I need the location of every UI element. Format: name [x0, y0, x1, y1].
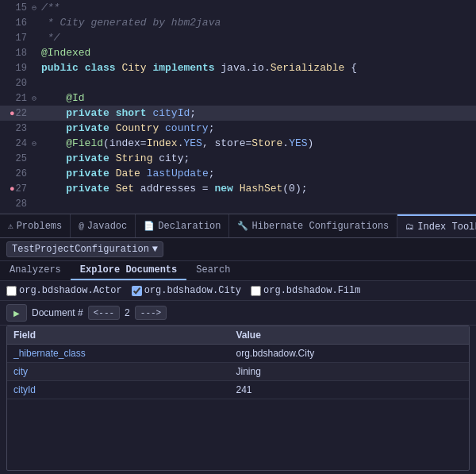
fold-icon[interactable]: ⊖ [32, 139, 40, 148]
col-field: Field [7, 326, 229, 345]
checkbox-input-actor[interactable] [6, 286, 17, 296]
tab-label-declaration: Declaration [158, 221, 221, 232]
code-text: */ [41, 32, 60, 44]
sub-tab-analyzers[interactable]: Analyzers [0, 261, 71, 280]
tab-label-index: Index Toolkit [417, 222, 476, 233]
code-line: 19 public class City implements java.io.… [0, 60, 476, 75]
tab-javadoc[interactable]: @Javadoc [71, 214, 136, 237]
code-text: @Indexed [41, 47, 90, 59]
code-line: ●27 private Set addresses = new HashSet(… [0, 181, 476, 196]
bottom-panel: TestProjectConfiguration ▼ AnalyzersExpl… [0, 238, 476, 474]
line-number: ●27 [3, 183, 32, 195]
checkbox-label-film: org.bdshadow.Film [263, 285, 360, 296]
table-cell-field: cityId [7, 381, 229, 399]
line-number: 26 [3, 168, 32, 179]
line-number: 28 [3, 198, 32, 210]
breakpoint-marker: ● [10, 109, 15, 118]
tabs-bar: ⚠Problems@Javadoc📄Declaration🔧Hibernate … [0, 214, 476, 238]
tab-label-problems: Problems [17, 221, 63, 232]
code-text: private short cityId; [41, 107, 196, 119]
toolbar-row: TestProjectConfiguration ▼ [0, 238, 476, 261]
code-line: 16 * City generated by hbm2java [0, 15, 476, 30]
tab-index[interactable]: 🗂Index Toolkit✕ [397, 214, 476, 237]
table-header: Field Value [7, 326, 469, 345]
code-text: private Country country; [41, 122, 214, 134]
table-cell-value: Jining [229, 363, 469, 381]
code-text: private String city; [41, 152, 190, 164]
javadoc-icon: @ [79, 222, 84, 231]
checkbox-actor[interactable]: org.bdshadow.Actor [6, 285, 122, 296]
table-row: cityId241 [7, 381, 469, 399]
line-number: 21 [3, 93, 32, 104]
fold-icon[interactable]: ⊖ [32, 94, 40, 103]
line-number: 24 [3, 138, 32, 149]
config-select[interactable]: TestProjectConfiguration ▼ [6, 241, 163, 257]
code-text: public City() { [41, 213, 159, 214]
tab-label-javadoc: Javadoc [87, 221, 127, 232]
tab-problems[interactable]: ⚠Problems [0, 214, 71, 237]
code-text: @Id [41, 92, 85, 104]
col-value: Value [229, 326, 469, 345]
table-row: cityJining [7, 363, 469, 381]
code-text: public class City implements java.io.Ser… [41, 62, 357, 74]
code-line: 21⊖ @Id [0, 91, 476, 106]
code-line: 24⊖ @Field(index=Index.YES, store=Store.… [0, 136, 476, 151]
table-cell-value: 241 [229, 381, 469, 399]
code-editor: 15⊖/**16 * City generated by hbm2java17 … [0, 0, 476, 214]
code-line: ●22 private short cityId; [0, 106, 476, 121]
code-line: 18 @Indexed [0, 45, 476, 60]
table-row: _hibernate_classorg.bdshadow.City [7, 345, 469, 363]
fold-icon[interactable]: ⊖ [32, 214, 40, 215]
checkbox-input-city[interactable] [132, 286, 142, 296]
code-line: 15⊖/** [0, 0, 476, 15]
code-text: * City generated by hbm2java [41, 17, 221, 29]
declaration-icon: 📄 [144, 221, 155, 231]
index-icon: 🗂 [405, 222, 414, 232]
code-text: private Date lastUpdate; [41, 168, 215, 179]
hibernate-icon: 🔧 [237, 221, 248, 231]
prev-button[interactable]: <--- [88, 306, 120, 320]
code-line: 20 [0, 75, 476, 91]
problems-icon: ⚠ [8, 221, 13, 231]
doc-number: 2 [125, 307, 130, 318]
tab-declaration[interactable]: 📄Declaration [136, 214, 229, 237]
table-cell-value: org.bdshadow.City [229, 345, 469, 363]
code-line: 25 private String city; [0, 151, 476, 166]
config-dropdown-icon: ▼ [152, 244, 158, 255]
checkbox-label-actor: org.bdshadow.Actor [19, 285, 122, 296]
checkbox-film[interactable]: org.bdshadow.Film [251, 285, 360, 296]
config-label: TestProjectConfiguration [12, 244, 149, 255]
line-number: 25 [3, 153, 32, 164]
code-line: 26 private Date lastUpdate; [0, 166, 476, 181]
tab-hibernate[interactable]: 🔧Hibernate Configurations [229, 214, 397, 237]
line-number: 29 [3, 214, 32, 215]
sub-tab-explore[interactable]: Explore Documents [71, 261, 186, 280]
table-cell-field: city [7, 363, 229, 381]
code-line: 23 private Country country; [0, 121, 476, 136]
line-number: 18 [3, 48, 32, 59]
line-number: 17 [3, 33, 32, 44]
line-number: 19 [3, 63, 32, 74]
line-number: ●22 [3, 108, 32, 119]
sub-tab-search[interactable]: Search [186, 261, 240, 280]
code-text: /** [41, 2, 60, 13]
data-table: Field Value _hibernate_classorg.bdshadow… [6, 326, 470, 471]
checkbox-city[interactable]: org.bdshadow.City [132, 285, 241, 296]
code-line: 29⊖ public City() { [0, 211, 476, 214]
doc-label: Document # [32, 307, 83, 318]
play-button[interactable]: ▶ [6, 304, 27, 322]
tab-label-hibernate: Hibernate Configurations [251, 221, 389, 232]
sub-tabs: AnalyzersExplore DocumentsSearch [0, 261, 476, 281]
code-text: @Field(index=Index.YES, store=Store.YES) [41, 137, 313, 149]
code-line: 28 [0, 196, 476, 211]
line-number: 15 [3, 2, 32, 13]
breakpoint-marker: ● [10, 184, 15, 194]
code-text: private Set addresses = new HashSet(0); [41, 183, 308, 195]
next-button[interactable]: ---> [135, 306, 167, 320]
checkbox-input-film[interactable] [251, 286, 261, 296]
line-number: 16 [3, 17, 32, 29]
doc-controls: ▶ Document # <--- 2 ---> [0, 301, 476, 326]
line-number: 20 [3, 78, 32, 89]
fold-icon[interactable]: ⊖ [32, 3, 40, 13]
checkboxes-row: org.bdshadow.Actororg.bdshadow.Cityorg.b… [0, 281, 476, 301]
